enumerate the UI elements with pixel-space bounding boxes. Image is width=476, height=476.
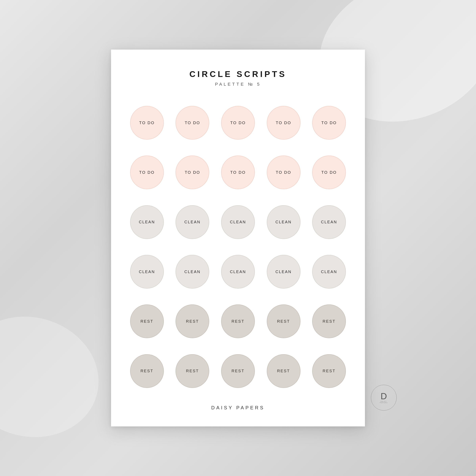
circle-label: TO DO	[230, 170, 246, 175]
circle-todo-1-4[interactable]: TO DO	[267, 106, 301, 140]
circle-rest-6-2[interactable]: REST	[175, 354, 209, 388]
circle-label: TO DO	[276, 120, 291, 125]
circle-label: TO DO	[321, 120, 337, 125]
circle-rest-5-2[interactable]: REST	[175, 305, 209, 338]
circle-rest-5-3[interactable]: REST	[221, 305, 255, 338]
circle-clean-4-3[interactable]: CLEAN	[221, 255, 255, 289]
circle-label: CLEAN	[230, 270, 246, 274]
circle-clean-4-1[interactable]: CLEAN	[130, 255, 164, 289]
circle-rest-6-3[interactable]: REST	[221, 354, 255, 388]
circle-label: REST	[231, 369, 244, 373]
circle-label: CLEAN	[185, 270, 201, 274]
circle-label: TO DO	[139, 120, 155, 125]
circle-label: REST	[186, 369, 199, 373]
circle-todo-1-2[interactable]: TO DO	[175, 106, 209, 140]
circle-rest-5-1[interactable]: REST	[130, 305, 164, 338]
circle-label: CLEAN	[185, 220, 201, 224]
circle-label: REST	[277, 369, 290, 373]
circle-todo-1-1[interactable]: TO DO	[130, 106, 164, 140]
brand-logo: D DAISY PAPERS	[371, 385, 397, 410]
circle-label: TO DO	[185, 120, 200, 125]
circle-label: CLEAN	[139, 270, 155, 274]
circle-label: TO DO	[185, 170, 200, 175]
circle-rest-6-4[interactable]: REST	[267, 354, 301, 388]
circle-todo-2-2[interactable]: TO DO	[175, 155, 209, 189]
circle-rest-5-5[interactable]: REST	[312, 305, 346, 338]
circle-label: CLEAN	[139, 220, 155, 224]
circle-label: CLEAN	[275, 220, 292, 224]
circle-label: TO DO	[230, 120, 246, 125]
main-card: CIRCLE SCRIPTS PALETTE № 5 TO DO TO DO T…	[111, 50, 365, 426]
circle-clean-4-5[interactable]: CLEAN	[312, 255, 346, 289]
circle-label: CLEAN	[321, 220, 337, 224]
circle-label: REST	[140, 369, 153, 373]
circle-todo-1-3[interactable]: TO DO	[221, 106, 255, 140]
logo-brand-line1: DAISY	[381, 401, 387, 402]
circle-label: REST	[323, 319, 336, 324]
circle-label: TO DO	[139, 170, 155, 175]
circle-todo-2-3[interactable]: TO DO	[221, 155, 255, 189]
circle-todo-1-5[interactable]: TO DO	[312, 106, 346, 140]
circle-label: CLEAN	[321, 270, 337, 274]
circle-label: CLEAN	[230, 220, 246, 224]
circle-clean-4-2[interactable]: CLEAN	[175, 255, 209, 289]
circle-rest-6-1[interactable]: REST	[130, 354, 164, 388]
circle-clean-3-4[interactable]: CLEAN	[267, 205, 301, 239]
circle-label: REST	[231, 319, 244, 324]
circle-clean-3-5[interactable]: CLEAN	[312, 205, 346, 239]
circle-label: REST	[323, 369, 336, 373]
circle-label: REST	[140, 319, 153, 324]
circle-label: REST	[277, 319, 290, 324]
circles-grid: TO DO TO DO TO DO TO DO TO DO TO DO TO D…	[127, 101, 349, 393]
page-wrapper: CIRCLE SCRIPTS PALETTE № 5 TO DO TO DO T…	[111, 50, 365, 426]
circle-todo-2-1[interactable]: TO DO	[130, 155, 164, 189]
circle-label: TO DO	[276, 170, 291, 175]
logo-inner: D DAISY PAPERS	[380, 392, 388, 403]
circle-clean-4-4[interactable]: CLEAN	[267, 255, 301, 289]
logo-letter: D	[381, 392, 387, 401]
circle-todo-2-4[interactable]: TO DO	[267, 155, 301, 189]
circle-rest-6-5[interactable]: REST	[312, 354, 346, 388]
circle-label: REST	[186, 319, 199, 324]
circle-label: CLEAN	[275, 270, 292, 274]
card-title: CIRCLE SCRIPTS	[189, 69, 287, 79]
circle-clean-3-2[interactable]: CLEAN	[175, 205, 209, 239]
circle-clean-3-1[interactable]: CLEAN	[130, 205, 164, 239]
logo-brand-line2: PAPERS	[380, 402, 388, 403]
circle-label: TO DO	[321, 170, 337, 175]
circle-clean-3-3[interactable]: CLEAN	[221, 205, 255, 239]
card-footer: DAISY PAPERS	[211, 405, 265, 410]
circle-rest-5-4[interactable]: REST	[267, 305, 301, 338]
circle-todo-2-5[interactable]: TO DO	[312, 155, 346, 189]
card-subtitle: PALETTE № 5	[215, 82, 261, 87]
